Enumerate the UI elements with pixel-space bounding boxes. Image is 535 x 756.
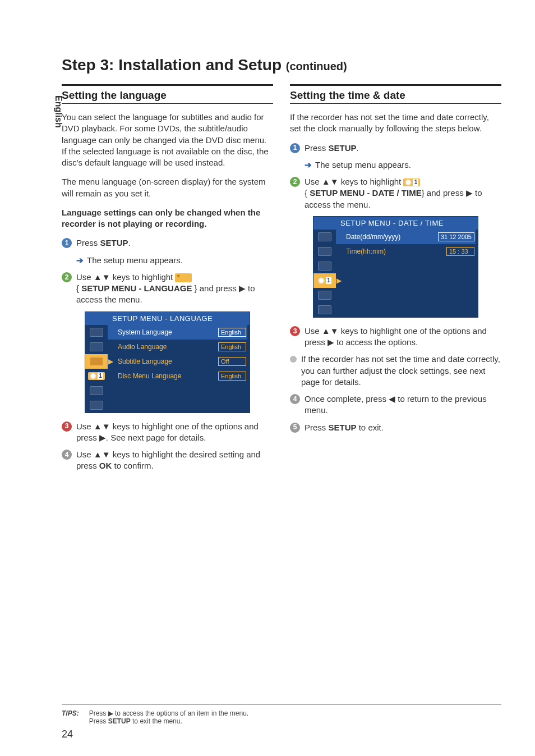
step-2-r: 2 Use ▲▼ keys to highlight 1 { SETUP MEN… xyxy=(290,176,501,210)
menu-tab-icon-3 xyxy=(318,262,331,271)
menu-row-audio-language: Audio Language English xyxy=(108,340,247,354)
menu-value: English xyxy=(218,328,246,337)
title-main: Step 3: Installation and Setup xyxy=(62,56,282,74)
caret-icon: ▶ xyxy=(108,358,113,365)
datetime-menu-icon: 1 xyxy=(403,178,420,186)
title-continued: (continued) xyxy=(286,60,347,72)
menu-tab-icon-3 xyxy=(90,357,103,366)
warning-text: Language settings can only be changed wh… xyxy=(62,207,273,230)
r-step2-b: { xyxy=(305,188,310,198)
step1-text-b: SETUP xyxy=(100,238,128,248)
step-1-r-result: ➔ The setup menu appears. xyxy=(305,159,501,171)
step-badge-2: 2 xyxy=(290,177,300,187)
r-step5-a: Press xyxy=(305,423,329,432)
menu-label: System Language xyxy=(117,328,215,336)
r-step1-b: SETUP xyxy=(329,143,357,153)
section-heading-language: Setting the language xyxy=(62,84,273,104)
intro-text-2: The menu language (on-screen display) fo… xyxy=(62,176,273,199)
section-heading-datetime: Setting the time & date xyxy=(290,84,501,104)
menu-row-time: Time(hh:mm) 15 : 33 xyxy=(336,244,476,259)
step-badge-4: 4 xyxy=(290,394,300,404)
tips-line2-b: SETUP xyxy=(108,717,131,725)
language-menu-icon xyxy=(175,273,192,282)
step2-text-a: Use ▲▼ keys to highlight xyxy=(76,272,175,282)
r-step4-text: Once complete, press ◀ to return to the … xyxy=(305,393,501,416)
result-arrow-icon: ➔ xyxy=(76,255,84,266)
intro-text-1: You can select the language for subtitle… xyxy=(62,112,273,168)
step4-text-b: OK xyxy=(99,461,112,470)
left-column: Setting the language You can select the … xyxy=(62,84,273,478)
step-1-result: ➔ The setup menu appears. xyxy=(76,255,273,266)
menu-tab-icon-2 xyxy=(90,342,103,351)
menu-label: Audio Language xyxy=(117,343,215,351)
menu-datetime-title: SETUP MENU - DATE / TIME xyxy=(313,217,478,230)
step-4-r: 4 Once complete, press ◀ to return to th… xyxy=(290,393,501,416)
menu-value: Off xyxy=(218,357,246,366)
menu-value: English xyxy=(218,372,246,381)
step-4: 4 Use ▲▼ keys to highlight the desired s… xyxy=(62,449,273,472)
step-badge-3: 3 xyxy=(290,326,300,336)
menu-icon-column: 1 xyxy=(313,230,336,317)
bullet-icon xyxy=(290,356,297,363)
tips-line2-a: Press xyxy=(89,717,108,725)
menu-tab-icon-5 xyxy=(90,386,103,395)
menu-tab-icon-6 xyxy=(318,305,331,314)
r-step5-c: to exit. xyxy=(357,423,384,432)
step2-text-b: { xyxy=(76,283,81,293)
step1-sub: The setup menu appears. xyxy=(87,255,183,266)
bullet-text: If the recorder has not set the time and… xyxy=(301,354,501,388)
r-step1-a: Press xyxy=(305,143,329,153)
menu-language: SETUP MENU - LANGUAGE 1 System Language xyxy=(85,311,250,413)
tips-line2-c: to exit the menu. xyxy=(131,717,182,725)
step-badge-1: 1 xyxy=(290,143,300,153)
step-3: 3 Use ▲▼ keys to highlight one of the op… xyxy=(62,421,273,444)
step-1: 1 Press SETUP. xyxy=(62,237,273,249)
menu-value: 15 : 33 xyxy=(446,247,474,256)
menu-label: Date(dd/mm/yyyy) xyxy=(345,233,435,241)
menu-value: 31 12 2005 xyxy=(438,232,474,241)
disc-index-icon: 1 xyxy=(316,277,333,285)
bullet-note: If the recorder has not set the time and… xyxy=(290,354,501,388)
menu-row-system-language: System Language English xyxy=(108,325,247,340)
caret-icon: ▶ xyxy=(336,277,342,285)
menu-tab-icon-1 xyxy=(90,328,103,337)
menu-label: Disc Menu Language xyxy=(117,372,215,380)
step-1-r: 1 Press SETUP. xyxy=(290,143,501,154)
r-step1-sub: The setup menu appears. xyxy=(315,159,411,171)
menu-icon-column: 1 xyxy=(85,325,108,413)
step-5-r: 5 Press SETUP to exit. xyxy=(290,422,501,433)
result-arrow-icon: ➔ xyxy=(305,159,312,171)
step-badge-2: 2 xyxy=(62,272,72,282)
menu-row-date: Date(dd/mm/yyyy) 31 12 2005 xyxy=(336,230,476,244)
step3-text: Use ▲▼ keys to highlight one of the opti… xyxy=(76,421,273,444)
menu-row-disc-menu-language: Disc Menu Language English xyxy=(108,369,247,383)
r-step3-text: Use ▲▼ keys to highlight one of the opti… xyxy=(305,326,501,349)
step-badge-4: 4 xyxy=(62,450,72,460)
page-title: Step 3: Installation and Setup (continue… xyxy=(62,56,501,74)
menu-value: English xyxy=(218,342,246,351)
language-tab: English xyxy=(53,95,63,128)
r-step1-c: . xyxy=(357,143,359,153)
r-step5-b: SETUP xyxy=(329,423,357,432)
menu-tab-icon-2 xyxy=(318,247,331,256)
intro-text-datetime: If the recorder has not set the time and… xyxy=(290,112,501,135)
step-3-r: 3 Use ▲▼ keys to highlight one of the op… xyxy=(290,326,501,349)
disc-index-icon: 1 xyxy=(88,372,105,380)
step-2: 2 Use ▲▼ keys to highlight { SETUP MENU … xyxy=(62,272,273,306)
menu-tab-icon-6 xyxy=(90,401,103,410)
tips-line1: Press ▶ to access the options of an item… xyxy=(89,709,248,717)
right-column: Setting the time & date If the recorder … xyxy=(290,84,501,478)
menu-tab-icon-5 xyxy=(318,291,331,300)
step4-text-c: to confirm. xyxy=(112,461,153,470)
page-number: 24 xyxy=(62,728,73,740)
menu-tab-icon-1 xyxy=(318,232,331,241)
r-step2-a: Use ▲▼ keys to highlight xyxy=(305,177,403,186)
step1-text-c: . xyxy=(128,238,131,248)
menu-datetime: SETUP MENU - DATE / TIME 1 Date(dd/mm/y xyxy=(313,216,478,318)
tips-label: TIPS: xyxy=(62,709,79,725)
menu-language-title: SETUP MENU - LANGUAGE xyxy=(85,312,250,325)
r-step2-c: SETUP MENU - DATE / TIME xyxy=(310,188,421,198)
step-badge-1: 1 xyxy=(62,238,72,248)
step-badge-3: 3 xyxy=(62,421,72,432)
tips-box: TIPS: Press ▶ to access the options of a… xyxy=(62,704,501,725)
